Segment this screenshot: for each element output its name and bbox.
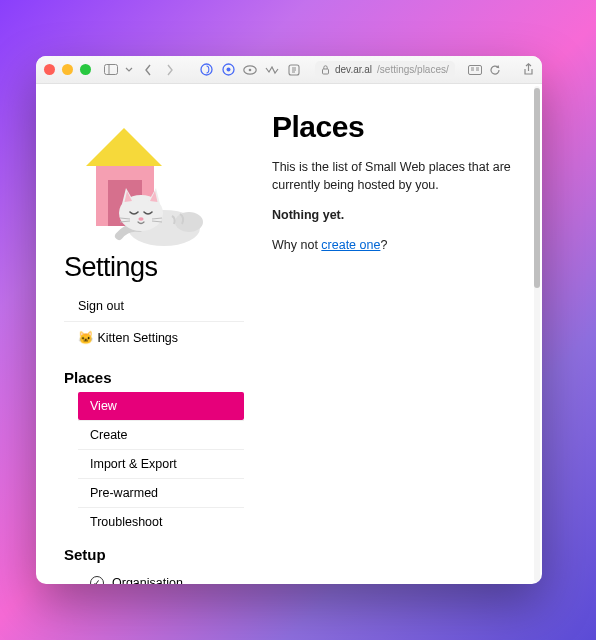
reader-icon[interactable] [468, 62, 482, 78]
sidebar-title: Settings [64, 252, 244, 283]
nav-places-prewarmed[interactable]: Pre-warmed [78, 478, 244, 507]
svg-marker-22 [86, 128, 162, 166]
maximize-window-button[interactable] [80, 64, 91, 75]
section-places-title: Places [64, 369, 244, 386]
titlebar: dev.ar.al/settings/places/ [36, 56, 542, 84]
sidebar-toggle-icon[interactable] [104, 62, 118, 78]
intro-text: This is the list of Small Web places tha… [272, 158, 514, 194]
window-controls [44, 64, 91, 75]
forward-button[interactable] [162, 62, 178, 78]
svg-point-30 [138, 217, 143, 220]
cta-line: Why not create one? [272, 236, 514, 254]
nav-top: Sign out 🐱 Kitten Settings [64, 291, 244, 353]
close-window-button[interactable] [44, 64, 55, 75]
main: Places This is the list of Small Web pla… [272, 108, 514, 544]
url-path: /settings/places/ [377, 64, 449, 75]
empty-state-heading: Nothing yet. [272, 206, 514, 224]
url-host: dev.ar.al [335, 64, 372, 75]
nav-kitten-settings[interactable]: 🐱 Kitten Settings [64, 321, 244, 353]
extension-icon-2[interactable] [220, 62, 236, 78]
nav-places-view[interactable]: View [78, 392, 244, 420]
nav-setup-organisation[interactable]: ✓ Organisation [78, 569, 244, 584]
nav-setup: ✓ Organisation ✓ Applications [78, 569, 244, 584]
svg-rect-11 [323, 69, 329, 74]
url-bar[interactable]: dev.ar.al/settings/places/ [315, 61, 455, 79]
reload-icon[interactable] [489, 62, 501, 78]
lock-icon [321, 65, 330, 75]
page-title: Places [272, 110, 514, 144]
back-button[interactable] [140, 62, 156, 78]
dropdown-icon[interactable] [125, 62, 133, 78]
minimize-window-button[interactable] [62, 64, 73, 75]
extension-icon-1[interactable] [198, 62, 214, 78]
svg-rect-0 [105, 65, 118, 75]
svg-point-2 [201, 64, 212, 75]
sidebar: Settings Sign out 🐱 Kitten Settings Plac… [64, 108, 244, 544]
extension-icon-5[interactable] [286, 62, 302, 78]
scrollbar-thumb[interactable] [534, 88, 540, 288]
nav-sign-out[interactable]: Sign out [64, 291, 244, 321]
share-icon[interactable] [521, 62, 537, 78]
svg-point-6 [249, 68, 252, 71]
nav-places-troubleshoot[interactable]: Troubleshoot [78, 507, 244, 536]
check-icon: ✓ [90, 576, 104, 584]
nav-places-create[interactable]: Create [78, 420, 244, 449]
section-setup-title: Setup [64, 546, 244, 563]
svg-point-24 [175, 212, 203, 232]
extension-icon-3[interactable] [242, 62, 258, 78]
nav-places: View Create Import & Export Pre-warmed T… [78, 392, 244, 536]
create-one-link[interactable]: create one [321, 238, 380, 252]
kitten-logo [64, 108, 204, 248]
svg-rect-12 [468, 65, 481, 74]
page-content: Settings Sign out 🐱 Kitten Settings Plac… [36, 84, 542, 584]
browser-window: dev.ar.al/settings/places/ [36, 56, 542, 584]
extension-icon-4[interactable] [264, 62, 280, 78]
svg-point-4 [226, 68, 230, 72]
nav-places-import-export[interactable]: Import & Export [78, 449, 244, 478]
scrollbar[interactable] [534, 86, 540, 582]
